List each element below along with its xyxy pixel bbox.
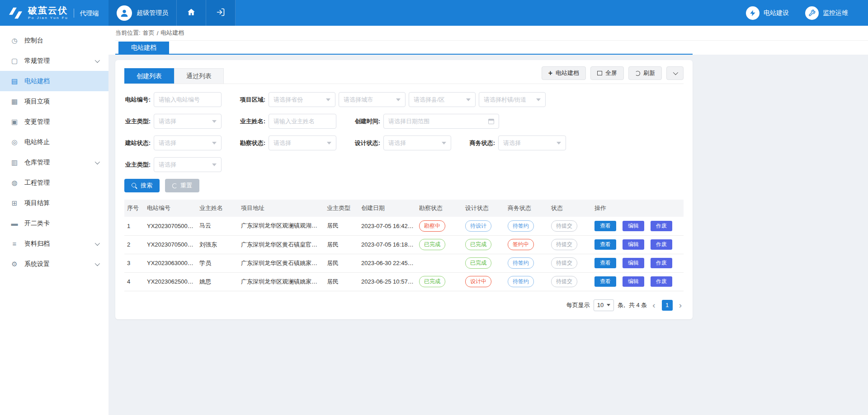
next-page-button[interactable]: ›	[677, 301, 684, 309]
cell-address: 广东深圳龙华区黄石镇皇官大…	[238, 235, 324, 254]
sidebar-item-settings[interactable]: ⚙系统设置	[0, 254, 108, 274]
cell-business-status: 待签约	[505, 254, 548, 272]
cell-design-status: 待设计	[462, 217, 505, 235]
collapse-button[interactable]	[666, 66, 684, 80]
sidebar-item-settlement[interactable]: ⊞项目结算	[0, 193, 108, 213]
filter-select[interactable]: 请选择县/区	[409, 92, 476, 107]
filter-label: 业主类型:	[124, 161, 151, 169]
sidebar-item-dashboard[interactable]: ◷控制台	[0, 30, 108, 51]
edit-button[interactable]: 编辑	[623, 258, 644, 268]
date-range-input[interactable]: 请选择日期范围	[383, 114, 499, 129]
monitor-icon: ▢	[10, 57, 19, 65]
cell-design-status: 已完成	[462, 235, 505, 254]
filter-select[interactable]: 请选择	[498, 135, 566, 150]
edit-button[interactable]: 编辑	[623, 239, 644, 250]
view-button[interactable]: 查看	[594, 221, 616, 231]
engineering-icon: ◍	[10, 179, 19, 187]
nav-monitoring-ops[interactable]: 监控运维	[805, 6, 848, 20]
filter-field: 创建时间:请选择日期范围	[354, 114, 499, 129]
filter-select[interactable]: 请选择	[269, 135, 336, 150]
filter-select[interactable]: 请选择城市	[339, 92, 406, 107]
prev-page-button[interactable]: ‹	[651, 301, 657, 309]
breadcrumb-label: 当前位置:	[115, 29, 141, 37]
cell-station-no: YX2023062500004	[144, 272, 197, 291]
column-header: 序号	[124, 200, 144, 217]
sidebar-item-project[interactable]: ▦项目立项	[0, 91, 108, 112]
filter-select[interactable]: 请选择	[383, 135, 451, 150]
status-badge: 已完成	[419, 276, 445, 287]
per-page-select[interactable]: 10	[594, 299, 614, 311]
main-area: 当前位置: 首页 / 电站建档 电站建档 创建列表通过列表 +电站建档全屏刷新 …	[108, 26, 868, 415]
breadcrumb-home[interactable]: 首页	[143, 29, 155, 37]
sidebar-item-monitor[interactable]: ▢常规管理	[0, 51, 108, 71]
column-header: 项目地址	[238, 200, 324, 217]
reset-button[interactable]: 重置	[165, 179, 199, 192]
column-header: 电站编号	[144, 200, 197, 217]
void-button[interactable]: 作废	[651, 221, 672, 231]
cell-business-status: 待签约	[505, 217, 548, 235]
home-icon	[187, 8, 196, 18]
filter-select[interactable]: 请选择村镇/街道	[479, 92, 546, 107]
filter-row: 业主类型:请选择	[124, 157, 684, 172]
edit-button[interactable]: 编辑	[623, 276, 644, 287]
cell-status: 待提交	[548, 235, 592, 254]
sidebar-item-label: 项目结算	[24, 199, 50, 207]
search-button[interactable]: 搜索	[124, 179, 160, 192]
breadcrumb-separator: /	[157, 30, 159, 37]
sidebar-item-terminate[interactable]: ◎电站终止	[0, 132, 108, 152]
sidebar-item-warehouse[interactable]: ▥仓库管理	[0, 152, 108, 173]
filter-row: 业主类型:请选择业主姓名:创建时间:请选择日期范围	[124, 114, 684, 129]
status-badge: 待提交	[551, 239, 577, 250]
sidebar-item-change[interactable]: ▣变更管理	[0, 112, 108, 132]
filter-select[interactable]: 请选择省份	[269, 92, 335, 107]
filter-row: 建站状态:请选择勘察状态:请选择设计状态:请选择商务状态:请选择	[124, 135, 684, 150]
filter-field: 业主类型:请选择	[124, 114, 222, 129]
tab-pass-list[interactable]: 通过列表	[174, 68, 224, 84]
sidebar-item-label: 变更管理	[24, 118, 50, 126]
station-table: 序号电站编号业主姓名项目地址业主类型创建日期勘察状态设计状态商务状态状态操作 1…	[124, 200, 684, 291]
edit-button[interactable]: 编辑	[623, 221, 644, 231]
void-button[interactable]: 作废	[651, 258, 672, 268]
tab-create-list[interactable]: 创建列表	[124, 68, 174, 84]
status-badge: 待提交	[551, 276, 577, 287]
page-tab-row: 电站建档	[115, 41, 693, 55]
filter-input[interactable]	[154, 92, 222, 107]
page-number[interactable]: 1	[662, 300, 673, 311]
add-station-button[interactable]: +电站建档	[542, 66, 586, 80]
portal-label: 代理端	[74, 9, 99, 18]
home-button[interactable]	[177, 0, 206, 26]
sidebar-item-document[interactable]: ▤电站建档	[0, 71, 108, 91]
user-menu[interactable]: 超级管理员	[108, 0, 177, 26]
filter-field: 业主姓名:	[239, 114, 336, 129]
view-button[interactable]: 查看	[594, 239, 616, 250]
page-tab[interactable]: 电站建档	[118, 42, 169, 54]
void-button[interactable]: 作废	[651, 239, 672, 250]
sidebar-item-label: 电站终止	[24, 138, 50, 146]
table-row: 1YX2023070500011马云广东深圳龙华区观澜镇观湖路…居民2023-0…	[124, 217, 684, 235]
filter-select[interactable]: 请选择	[154, 135, 222, 150]
table-row: 2YX2023070500010刘强东广东深圳龙华区黄石镇皇官大…居民2023-…	[124, 235, 684, 254]
cell-status: 待提交	[548, 217, 592, 235]
nav-station-construction[interactable]: 电站建设	[746, 6, 789, 20]
sidebar-item-card[interactable]: ▬开二类卡	[0, 213, 108, 233]
cell-owner-type: 居民	[324, 235, 359, 254]
cell-seq: 2	[124, 235, 144, 254]
filter-input[interactable]	[269, 114, 336, 129]
logout-button[interactable]	[206, 0, 236, 26]
nav-label: 电站建设	[764, 9, 789, 17]
view-button[interactable]: 查看	[594, 276, 616, 287]
sidebar-item-archive[interactable]: ≡资料归档	[0, 233, 108, 254]
view-button[interactable]: 查看	[594, 258, 616, 268]
filter-select[interactable]: 请选择	[154, 157, 222, 172]
column-header: 状态	[548, 200, 592, 217]
cell-address: 广东深圳龙华区观澜镇姚家庄…	[238, 272, 324, 291]
refresh-button[interactable]: 刷新	[628, 66, 662, 80]
sidebar-item-engineering[interactable]: ◍工程管理	[0, 173, 108, 193]
breadcrumb: 当前位置: 首页 / 电站建档	[115, 26, 868, 41]
filter-select[interactable]: 请选择	[154, 114, 222, 129]
cell-business-status: 签约中	[505, 235, 548, 254]
void-button[interactable]: 作废	[651, 276, 672, 287]
avatar	[117, 5, 132, 21]
chevron-down-icon	[442, 142, 446, 145]
fullscreen-button[interactable]: 全屏	[590, 66, 624, 80]
